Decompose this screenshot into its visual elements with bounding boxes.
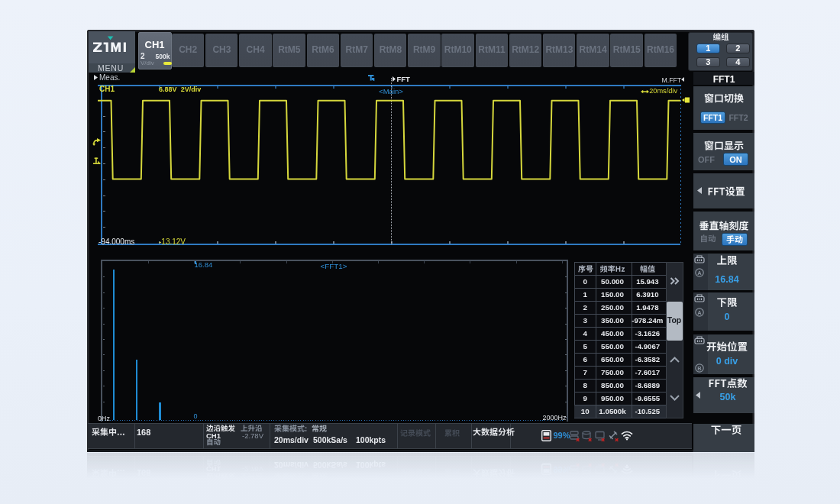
svg-text:A: A xyxy=(697,309,702,316)
svg-text:A: A xyxy=(697,270,702,276)
svg-text:B: B xyxy=(697,365,702,372)
